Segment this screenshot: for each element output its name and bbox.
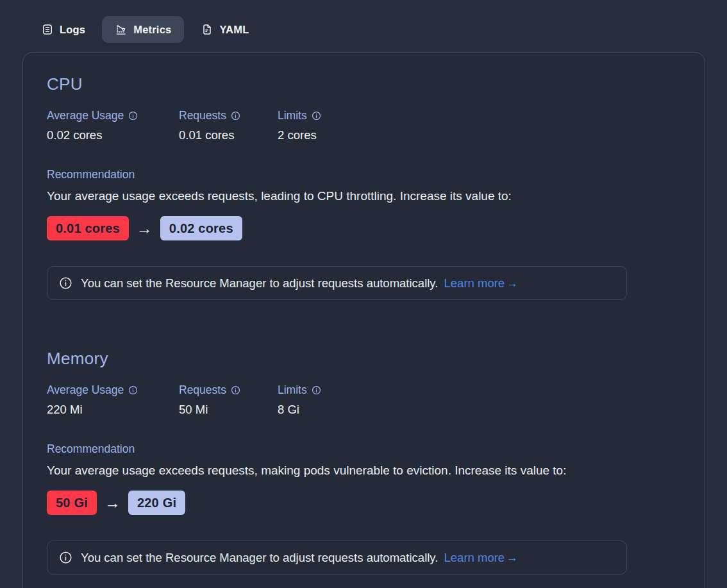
- recommendation-text: Your average usage exceeds requests, mak…: [47, 462, 681, 479]
- section-memory: Memory Average Usage 220 Mi Requests: [47, 349, 681, 575]
- section-title-cpu: CPU: [47, 74, 681, 94]
- arrow-right-icon: →: [506, 276, 518, 290]
- stat-requests: Requests 50 Mi: [179, 383, 278, 417]
- logs-icon: [41, 23, 54, 36]
- stat-value: 0.01 cores: [179, 128, 278, 143]
- stat-average-usage: Average Usage 220 Mi: [47, 383, 179, 417]
- resource-manager-note: You can set the Resource Manager to adju…: [47, 541, 627, 575]
- stat-requests: Requests 0.01 cores: [179, 108, 278, 143]
- info-icon[interactable]: [312, 385, 321, 395]
- stat-label: Requests: [179, 383, 226, 397]
- recommendation-label: Recommendation: [47, 167, 681, 181]
- learn-more-link[interactable]: Learn more→: [444, 551, 518, 564]
- recommendation-text: Your average usage exceeds requests, lea…: [47, 188, 681, 205]
- info-icon[interactable]: [128, 385, 138, 395]
- recommendation-values: 0.01 cores → 0.02 cores: [47, 216, 681, 240]
- stat-value: 50 Mi: [179, 402, 278, 417]
- current-value-badge: 0.01 cores: [47, 216, 129, 240]
- stat-value: 2 cores: [278, 128, 321, 143]
- stat-average-usage: Average Usage 0.02 cores: [47, 108, 179, 143]
- tab-metrics-label: Metrics: [133, 24, 171, 36]
- recommendation-label: Recommendation: [47, 442, 681, 456]
- info-icon[interactable]: [312, 111, 321, 121]
- metrics-icon: [115, 23, 128, 36]
- current-value-badge: 50 Gi: [47, 491, 97, 515]
- resource-manager-note: You can set the Resource Manager to adju…: [47, 266, 627, 300]
- arrow-right-icon: →: [104, 495, 121, 511]
- recommendation-values: 50 Gi → 220 Gi: [47, 491, 681, 515]
- section-title-memory: Memory: [47, 349, 681, 369]
- stat-label: Requests: [179, 108, 226, 122]
- tab-logs-label: Logs: [60, 24, 85, 36]
- cpu-stats-row: Average Usage 0.02 cores Requests 0.01 c…: [47, 108, 681, 143]
- note-text: You can set the Resource Manager to adju…: [81, 275, 518, 291]
- tab-yaml[interactable]: YAML: [192, 16, 258, 43]
- arrow-right-icon: →: [137, 221, 153, 237]
- learn-more-link[interactable]: Learn more→: [444, 276, 518, 290]
- note-text: You can set the Resource Manager to adju…: [81, 550, 518, 566]
- stat-label: Average Usage: [47, 108, 124, 122]
- stat-label: Limits: [278, 383, 307, 397]
- stat-value: 8 Gi: [278, 402, 321, 417]
- detail-tabbar: Logs Metrics YAML: [32, 16, 258, 43]
- info-icon[interactable]: [128, 111, 138, 121]
- memory-stats-row: Average Usage 220 Mi Requests 50 Mi: [47, 383, 681, 417]
- section-cpu: CPU Average Usage 0.02 cores Requests: [47, 74, 681, 300]
- tab-yaml-label: YAML: [219, 24, 249, 36]
- metrics-panel: CPU Average Usage 0.02 cores Requests: [22, 52, 705, 588]
- stat-label: Limits: [278, 108, 307, 122]
- stat-label: Average Usage: [47, 383, 124, 397]
- tab-logs[interactable]: Logs: [32, 16, 94, 43]
- suggested-value-badge: 220 Gi: [128, 491, 185, 515]
- tab-metrics[interactable]: Metrics: [102, 16, 184, 43]
- stat-limits: Limits 2 cores: [278, 108, 321, 143]
- info-icon[interactable]: [231, 111, 240, 121]
- info-circle-icon: [59, 276, 72, 290]
- suggested-value-badge: 0.02 cores: [160, 216, 242, 240]
- info-icon[interactable]: [231, 385, 240, 395]
- stat-value: 0.02 cores: [47, 128, 179, 143]
- stat-limits: Limits 8 Gi: [278, 383, 321, 417]
- yaml-icon: [201, 23, 213, 36]
- info-circle-icon: [59, 551, 72, 564]
- stat-value: 220 Mi: [47, 402, 179, 417]
- arrow-right-icon: →: [506, 551, 518, 564]
